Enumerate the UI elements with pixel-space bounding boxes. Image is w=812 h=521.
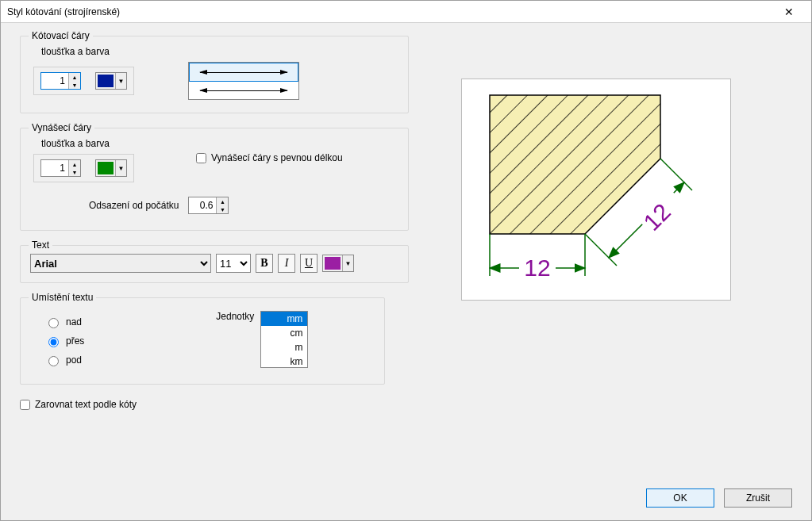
dim-thickness-group: ▲ ▼ ▼ [33, 67, 134, 95]
ext-thickness-input[interactable] [41, 160, 68, 176]
ok-button[interactable]: OK [646, 488, 714, 508]
dim-thickness-label: tloušťka a barva [41, 46, 395, 57]
align-input[interactable] [20, 400, 30, 410]
unit-mm[interactable]: mm [261, 312, 307, 326]
dim-line-preview[interactable] [188, 62, 299, 100]
spinner-up-icon[interactable]: ▲ [69, 73, 80, 81]
dropdown-icon[interactable]: ▼ [115, 160, 126, 176]
ext-thickness-label: tloušťka a barva [41, 138, 134, 149]
dim-lines-legend: Kótovací čáry [29, 30, 93, 41]
arrow-style-2[interactable] [189, 82, 298, 99]
cancel-button[interactable]: Zrušit [724, 488, 792, 508]
text-color-swatch [325, 257, 341, 270]
ext-color-picker[interactable]: ▼ [95, 159, 127, 177]
radio-above[interactable]: nad [44, 316, 84, 328]
spinner-down-icon[interactable]: ▼ [69, 168, 80, 176]
dim-horizontal: 12 [524, 255, 550, 281]
offset-spinner[interactable]: ▲ ▼ [188, 197, 229, 214]
placement-legend: Umístění textu [29, 292, 96, 303]
align-label: Zarovnat text podle kóty [35, 399, 137, 410]
placement-radios: nad přes pod [33, 311, 89, 371]
preview-pane: 12 12 [461, 79, 731, 301]
dim-color-picker[interactable]: ▼ [95, 72, 127, 90]
spinner-down-icon[interactable]: ▼ [69, 81, 80, 89]
ext-lines-legend: Vynášecí čáry [29, 122, 94, 133]
close-icon[interactable]: ✕ [773, 6, 805, 18]
window-title: Styl kótování (strojírenské) [7, 6, 773, 17]
dim-thickness-input[interactable] [41, 73, 68, 89]
svg-line-6 [585, 234, 617, 266]
unit-km[interactable]: km [261, 354, 307, 369]
arrow-style-1[interactable] [189, 63, 298, 82]
bold-button[interactable]: B [256, 254, 273, 273]
dialog-window: Styl kótování (strojírenské) ✕ Kótovací … [0, 0, 812, 521]
group-text: Text Arial 11 B I U ▼ [20, 245, 409, 283]
ext-color-swatch [98, 162, 114, 174]
fixed-length-checkbox[interactable]: Vynášecí čáry s pevnou délkou [196, 152, 343, 163]
dim-color-swatch [98, 75, 114, 87]
unit-cm[interactable]: cm [261, 326, 307, 340]
italic-button[interactable]: I [278, 254, 295, 273]
offset-input[interactable] [189, 197, 216, 213]
units-label: Jednotky [216, 311, 254, 322]
radio-below[interactable]: pod [44, 354, 84, 366]
units-list[interactable]: mm cm m km [260, 311, 308, 368]
offset-label: Odsazení od počátku [89, 200, 179, 211]
underline-button[interactable]: U [300, 254, 317, 273]
radio-through[interactable]: přes [44, 335, 84, 347]
unit-m[interactable]: m [261, 340, 307, 354]
text-legend: Text [29, 239, 52, 251]
fixed-length-input[interactable] [196, 153, 206, 163]
group-ext-lines: Vynášecí čáry tloušťka a barva ▲ ▼ [20, 128, 409, 231]
spinner-down-icon[interactable]: ▼ [217, 205, 228, 213]
dropdown-icon[interactable]: ▼ [342, 255, 353, 271]
svg-line-5 [660, 159, 692, 190]
ext-thickness-spinner[interactable]: ▲ ▼ [40, 159, 81, 177]
dialog-content: Kótovací čáry tloušťka a barva ▲ ▼ ▼ [1, 23, 811, 520]
dim-thickness-spinner[interactable]: ▲ ▼ [40, 72, 81, 90]
titlebar: Styl kótování (strojírenské) ✕ [1, 1, 811, 23]
spinner-up-icon[interactable]: ▲ [217, 197, 228, 205]
align-checkbox[interactable]: Zarovnat text podle kóty [20, 399, 792, 410]
group-dim-lines: Kótovací čáry tloušťka a barva ▲ ▼ ▼ [20, 36, 409, 113]
dropdown-icon[interactable]: ▼ [115, 73, 126, 89]
dialog-buttons: OK Zrušit [646, 488, 792, 508]
ext-thickness-group: ▲ ▼ ▼ [33, 154, 134, 182]
fixed-length-label: Vynášecí čáry s pevnou délkou [211, 152, 343, 163]
font-select[interactable]: Arial [30, 254, 211, 273]
group-placement: Umístění textu nad přes pod Jednotky mm … [20, 297, 385, 385]
text-color-picker[interactable]: ▼ [322, 255, 354, 272]
spinner-up-icon[interactable]: ▲ [69, 160, 80, 168]
preview-svg: 12 12 [462, 79, 732, 301]
size-select[interactable]: 11 [216, 254, 251, 273]
